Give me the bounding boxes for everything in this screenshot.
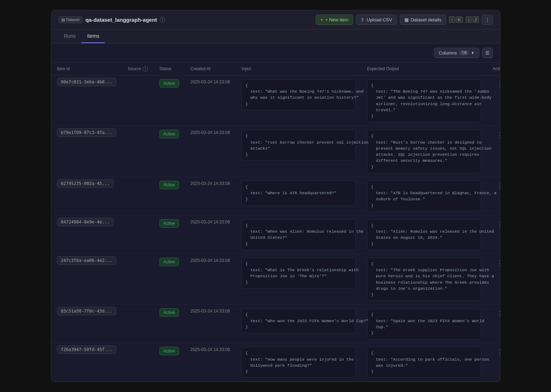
actions-cell: ⋮	[487, 343, 500, 382]
table-view-button[interactable]: ☰	[482, 48, 493, 58]
database-icon: ▤	[61, 17, 65, 22]
input-code-block: { text: "How many people were injured in…	[241, 347, 356, 378]
table-row: 62795235-002a-45...Active2025-03-24 14:3…	[51, 177, 500, 215]
status-cell: Active	[154, 126, 185, 177]
kbd-k: K	[456, 16, 463, 23]
source-info-icon[interactable]: i	[143, 66, 148, 72]
item-id-badge: b79e1f09-07c3-4fa...	[57, 128, 117, 137]
tab-items[interactable]: Items	[81, 30, 105, 43]
columns-count-badge: 7/8	[459, 50, 469, 55]
source-cell	[122, 75, 154, 126]
dataset-name: qa-dataset_langgraph-agent	[85, 17, 157, 23]
created-at-value: 2025-03-24 14:33:06	[190, 130, 230, 135]
dataset-details-button[interactable]: ▦ Dataset details	[400, 15, 446, 25]
expected-output-cell: { text: "The Boeing 747 was nicknamed th…	[361, 75, 487, 126]
input-cell: { text: "Who won the 2023 FIFA Women's W…	[236, 305, 361, 343]
item-id-badge: 62795235-002a-45...	[57, 179, 114, 188]
table-row: 84724984-8e9e-4e...Active2025-03-24 14:3…	[51, 215, 500, 254]
table-icon: ▦	[404, 17, 409, 22]
created-at-cell: 2025-03-24 14:33:06	[185, 254, 236, 305]
toolbar: Columns 7/8 ▼ ☰	[51, 43, 500, 63]
created-at-value: 2025-03-24 14:33:06	[190, 181, 230, 186]
item-id-cell: 83c51a58-7f0c-43d...	[51, 305, 122, 343]
actions-cell: ⋮	[487, 254, 500, 305]
table-container: Item id Source i Status Created At Input…	[51, 63, 500, 382]
source-cell	[122, 126, 154, 177]
input-cell: { text: "How many people were injured in…	[236, 343, 361, 382]
created-at-value: 2025-03-24 14:33:06	[190, 347, 230, 352]
new-item-button[interactable]: + + New item	[316, 15, 353, 25]
item-id-cell: f26a3947-50fd-45f...	[51, 343, 122, 382]
input-cell: { text: "What was the Boeing 747's nickn…	[236, 75, 361, 126]
status-badge: Active	[159, 347, 179, 355]
table-row: b79e1f09-07c3-4fa...Active2025-03-24 14:…	[51, 126, 500, 177]
status-badge: Active	[159, 258, 179, 266]
dataset-details-label: Dataset details	[411, 17, 442, 22]
input-cell: { text: "Where is ATR headquartered?" }	[236, 177, 361, 215]
new-item-label: + New item	[325, 17, 348, 22]
created-at-cell: 2025-03-24 14:33:06	[185, 75, 236, 126]
chevron-down-icon: ▼	[471, 51, 475, 55]
item-id-badge: 247c3f8a-ea06-4e2...	[57, 256, 117, 265]
table-row: 83c51a58-7f0c-43d...Active2025-03-24 14:…	[51, 305, 500, 343]
expected-output-code-block: { text: "According to park officials, on…	[367, 347, 481, 378]
status-badge: Active	[159, 308, 179, 317]
expected-output-code-block: { text: "ATR is headquartered in Blagnac…	[367, 181, 481, 212]
input-code-block: { text: "Who won the 2023 FIFA Women's W…	[241, 308, 356, 333]
expected-output-cell: { text: "Rust's borrow checker is design…	[361, 126, 487, 177]
item-id-badge: 90e7c021-3eba-4b8...	[57, 78, 117, 86]
input-code-block: { text: "What was the Boeing 747's nickn…	[241, 79, 356, 110]
source-cell	[122, 254, 154, 305]
input-cell: { text: "When was Alien: Romulus release…	[236, 215, 361, 254]
input-cell: { text: "What is The Greek's relationshi…	[236, 254, 361, 305]
row-more-button[interactable]: ⋮	[494, 347, 500, 357]
upload-csv-button[interactable]: ⇧ Upload CSV	[356, 15, 397, 25]
columns-button[interactable]: Columns 7/8 ▼	[434, 48, 479, 58]
source-cell	[122, 305, 154, 343]
row-more-button[interactable]: ⋮	[494, 258, 500, 268]
created-at-cell: 2025-03-24 14:33:06	[185, 343, 236, 382]
actions-cell: ⋮	[487, 126, 500, 177]
input-cell: { text: "rust borrow checker prevent sql…	[236, 126, 361, 177]
more-options-button[interactable]: ⋮	[482, 15, 493, 25]
status-badge: Active	[159, 181, 179, 189]
col-source: Source i	[122, 63, 154, 76]
list-icon: ☰	[485, 50, 490, 56]
info-icon[interactable]: i	[160, 17, 165, 22]
row-more-button[interactable]: ⋮	[494, 181, 500, 191]
upload-csv-label: Upload CSV	[367, 17, 392, 22]
row-more-button[interactable]: ⋮	[494, 130, 500, 140]
row-more-button[interactable]: ⋮	[494, 308, 500, 319]
actions-cell: ⋮	[487, 215, 500, 254]
tab-runs[interactable]: Runs	[58, 30, 82, 43]
created-at-value: 2025-03-24 14:33:06	[190, 258, 230, 263]
col-input: Input	[236, 63, 361, 76]
status-badge: Active	[159, 79, 179, 88]
header-actions: + + New item ⇧ Upload CSV ▦ Dataset deta…	[316, 15, 493, 25]
actions-cell: ⋮	[487, 177, 500, 215]
row-more-button[interactable]: ⋮	[494, 79, 500, 90]
status-badge: Active	[159, 130, 179, 138]
status-cell: Active	[154, 254, 185, 305]
row-more-button[interactable]: ⋮	[494, 219, 500, 230]
arrow-down-kbd: ↓	[466, 16, 472, 23]
input-code-block: { text: "When was Alien: Romulus release…	[241, 219, 356, 250]
col-created-at: Created At	[185, 63, 236, 76]
item-id-cell: 84724984-8e9e-4e...	[51, 215, 122, 254]
items-table: Item id Source i Status Created At Input…	[51, 63, 500, 382]
kbd-j: J	[473, 16, 479, 23]
table-row: 90e7c021-3eba-4b8...Active2025-03-24 14:…	[51, 75, 500, 126]
expected-output-cell: { text: "The Greek supplies Proposition …	[361, 254, 487, 305]
source-cell	[122, 177, 154, 215]
table-row: f26a3947-50fd-45f...Active2025-03-24 14:…	[51, 343, 500, 382]
created-at-value: 2025-03-24 14:33:06	[190, 220, 230, 225]
dataset-badge: ▤ Dataset	[58, 16, 83, 23]
created-at-cell: 2025-03-24 14:33:06	[185, 126, 236, 177]
kbd-group-j: ↓ J	[466, 16, 479, 23]
created-at-cell: 2025-03-24 14:33:06	[185, 215, 236, 254]
table-row: 247c3f8a-ea06-4e2...Active2025-03-24 14:…	[51, 254, 500, 305]
status-cell: Active	[154, 343, 185, 382]
nav-tabs: Runs Items	[51, 30, 500, 43]
expected-output-code-block: { text: "The Boeing 747 was nicknamed th…	[367, 79, 481, 123]
created-at-cell: 2025-03-24 14:33:06	[185, 305, 236, 343]
